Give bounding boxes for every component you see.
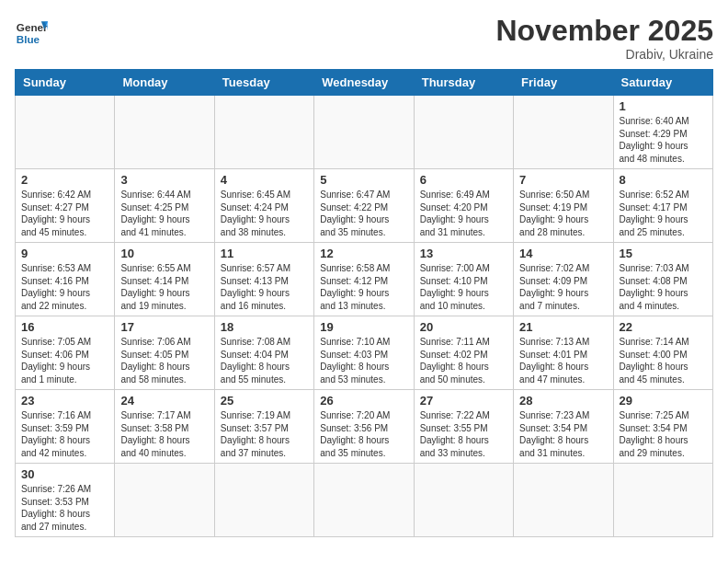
day-number: 4: [221, 173, 308, 187]
day-number: 27: [420, 394, 507, 408]
calendar-cell: 23Sunrise: 7:16 AM Sunset: 3:59 PM Dayli…: [16, 390, 115, 464]
day-number: 21: [519, 320, 607, 334]
location: Drabiv, Ukraine: [495, 47, 713, 62]
day-number: 29: [620, 394, 707, 408]
calendar-cell: 3Sunrise: 6:44 AM Sunset: 4:25 PM Daylig…: [115, 169, 214, 243]
day-info: Sunrise: 6:42 AM Sunset: 4:27 PM Dayligh…: [21, 189, 108, 238]
day-number: 2: [21, 173, 108, 187]
calendar-cell: 21Sunrise: 7:13 AM Sunset: 4:01 PM Dayli…: [514, 316, 613, 390]
day-info: Sunrise: 7:08 AM Sunset: 4:04 PM Dayligh…: [221, 336, 308, 385]
day-number: 12: [320, 247, 407, 260]
calendar-cell: 5Sunrise: 6:47 AM Sunset: 4:22 PM Daylig…: [314, 169, 414, 243]
day-number: 3: [120, 173, 208, 187]
weekday-header-row: SundayMondayTuesdayWednesdayThursdayFrid…: [16, 70, 713, 96]
calendar-cell: 19Sunrise: 7:10 AM Sunset: 4:03 PM Dayli…: [314, 316, 414, 390]
day-number: 19: [320, 320, 407, 334]
calendar-cell: 16Sunrise: 7:05 AM Sunset: 4:06 PM Dayli…: [16, 316, 115, 390]
calendar-cell: [613, 464, 712, 537]
day-info: Sunrise: 7:10 AM Sunset: 4:03 PM Dayligh…: [320, 336, 407, 385]
calendar-cell: 14Sunrise: 7:02 AM Sunset: 4:09 PM Dayli…: [514, 243, 613, 316]
calendar-cell: [115, 96, 214, 169]
calendar-cell: 6Sunrise: 6:49 AM Sunset: 4:20 PM Daylig…: [414, 169, 513, 243]
calendar-cell: 8Sunrise: 6:52 AM Sunset: 4:17 PM Daylig…: [613, 169, 712, 243]
day-number: 14: [519, 247, 607, 260]
calendar-cell: [514, 96, 613, 169]
day-info: Sunrise: 7:25 AM Sunset: 3:54 PM Dayligh…: [620, 409, 707, 459]
day-number: 22: [620, 320, 707, 334]
calendar-cell: 22Sunrise: 7:14 AM Sunset: 4:00 PM Dayli…: [613, 316, 712, 390]
day-number: 8: [620, 173, 707, 187]
week-row-5: 23Sunrise: 7:16 AM Sunset: 3:59 PM Dayli…: [16, 390, 713, 464]
day-number: 26: [320, 394, 407, 408]
day-info: Sunrise: 6:53 AM Sunset: 4:16 PM Dayligh…: [21, 262, 108, 312]
day-info: Sunrise: 6:44 AM Sunset: 4:25 PM Dayligh…: [120, 189, 208, 238]
calendar-cell: [214, 464, 313, 537]
day-info: Sunrise: 7:20 AM Sunset: 3:56 PM Dayligh…: [320, 409, 407, 459]
calendar-cell: [314, 96, 414, 169]
weekday-header-monday: Monday: [115, 70, 214, 96]
week-row-2: 2Sunrise: 6:42 AM Sunset: 4:27 PM Daylig…: [16, 169, 713, 243]
calendar-cell: 25Sunrise: 7:19 AM Sunset: 3:57 PM Dayli…: [214, 390, 313, 464]
day-info: Sunrise: 7:05 AM Sunset: 4:06 PM Dayligh…: [21, 336, 108, 385]
day-number: 18: [221, 320, 308, 334]
day-info: Sunrise: 7:06 AM Sunset: 4:05 PM Dayligh…: [120, 336, 208, 385]
calendar-cell: 28Sunrise: 7:23 AM Sunset: 3:54 PM Dayli…: [514, 390, 613, 464]
calendar-cell: [314, 464, 414, 537]
calendar-cell: 17Sunrise: 7:06 AM Sunset: 4:05 PM Dayli…: [115, 316, 214, 390]
day-info: Sunrise: 6:47 AM Sunset: 4:22 PM Dayligh…: [320, 189, 407, 238]
day-info: Sunrise: 7:03 AM Sunset: 4:08 PM Dayligh…: [620, 262, 707, 312]
day-number: 17: [120, 320, 208, 334]
title-area: November 2025 Drabiv, Ukraine: [495, 15, 713, 62]
day-info: Sunrise: 6:40 AM Sunset: 4:29 PM Dayligh…: [620, 115, 707, 165]
calendar-cell: 20Sunrise: 7:11 AM Sunset: 4:02 PM Dayli…: [414, 316, 513, 390]
day-number: 30: [21, 467, 108, 481]
day-info: Sunrise: 7:23 AM Sunset: 3:54 PM Dayligh…: [519, 409, 607, 459]
day-info: Sunrise: 6:49 AM Sunset: 4:20 PM Dayligh…: [420, 189, 507, 238]
calendar-cell: 12Sunrise: 6:58 AM Sunset: 4:12 PM Dayli…: [314, 243, 414, 316]
calendar-cell: 18Sunrise: 7:08 AM Sunset: 4:04 PM Dayli…: [214, 316, 313, 390]
weekday-header-sunday: Sunday: [16, 70, 115, 96]
day-number: 15: [620, 247, 707, 260]
day-info: Sunrise: 6:58 AM Sunset: 4:12 PM Dayligh…: [320, 262, 407, 312]
day-info: Sunrise: 7:14 AM Sunset: 4:00 PM Dayligh…: [620, 336, 707, 385]
day-number: 5: [320, 173, 407, 187]
calendar-cell: 26Sunrise: 7:20 AM Sunset: 3:56 PM Dayli…: [314, 390, 414, 464]
calendar-cell: 7Sunrise: 6:50 AM Sunset: 4:19 PM Daylig…: [514, 169, 613, 243]
calendar-cell: 10Sunrise: 6:55 AM Sunset: 4:14 PM Dayli…: [115, 243, 214, 316]
day-info: Sunrise: 7:02 AM Sunset: 4:09 PM Dayligh…: [519, 262, 607, 312]
day-number: 10: [120, 247, 208, 260]
day-number: 7: [519, 173, 607, 187]
day-number: 24: [120, 394, 208, 408]
day-info: Sunrise: 6:45 AM Sunset: 4:24 PM Dayligh…: [221, 189, 308, 238]
calendar-cell: 11Sunrise: 6:57 AM Sunset: 4:13 PM Dayli…: [214, 243, 313, 316]
calendar: SundayMondayTuesdayWednesdayThursdayFrid…: [15, 69, 713, 537]
calendar-cell: 29Sunrise: 7:25 AM Sunset: 3:54 PM Dayli…: [613, 390, 712, 464]
day-info: Sunrise: 7:22 AM Sunset: 3:55 PM Dayligh…: [420, 409, 507, 459]
day-info: Sunrise: 7:26 AM Sunset: 3:53 PM Dayligh…: [21, 483, 108, 533]
day-info: Sunrise: 7:13 AM Sunset: 4:01 PM Dayligh…: [519, 336, 607, 385]
day-info: Sunrise: 7:16 AM Sunset: 3:59 PM Dayligh…: [21, 409, 108, 459]
day-number: 6: [420, 173, 507, 187]
weekday-header-wednesday: Wednesday: [314, 70, 414, 96]
week-row-4: 16Sunrise: 7:05 AM Sunset: 4:06 PM Dayli…: [16, 316, 713, 390]
calendar-cell: [414, 464, 513, 537]
day-number: 28: [519, 394, 607, 408]
svg-text:Blue: Blue: [17, 33, 40, 45]
day-info: Sunrise: 6:55 AM Sunset: 4:14 PM Dayligh…: [120, 262, 208, 312]
week-row-1: 1Sunrise: 6:40 AM Sunset: 4:29 PM Daylig…: [16, 96, 713, 169]
day-info: Sunrise: 7:00 AM Sunset: 4:10 PM Dayligh…: [420, 262, 507, 312]
day-info: Sunrise: 7:11 AM Sunset: 4:02 PM Dayligh…: [420, 336, 507, 385]
weekday-header-saturday: Saturday: [613, 70, 712, 96]
week-row-6: 30Sunrise: 7:26 AM Sunset: 3:53 PM Dayli…: [16, 464, 713, 537]
calendar-cell: [214, 96, 313, 169]
day-info: Sunrise: 7:19 AM Sunset: 3:57 PM Dayligh…: [221, 409, 308, 459]
day-info: Sunrise: 7:17 AM Sunset: 3:58 PM Dayligh…: [120, 409, 208, 459]
week-row-3: 9Sunrise: 6:53 AM Sunset: 4:16 PM Daylig…: [16, 243, 713, 316]
calendar-cell: 4Sunrise: 6:45 AM Sunset: 4:24 PM Daylig…: [214, 169, 313, 243]
weekday-header-tuesday: Tuesday: [214, 70, 313, 96]
day-number: 23: [21, 394, 108, 408]
month-title: November 2025: [495, 15, 713, 47]
calendar-cell: 30Sunrise: 7:26 AM Sunset: 3:53 PM Dayli…: [16, 464, 115, 537]
day-number: 11: [221, 247, 308, 260]
day-number: 13: [420, 247, 507, 260]
